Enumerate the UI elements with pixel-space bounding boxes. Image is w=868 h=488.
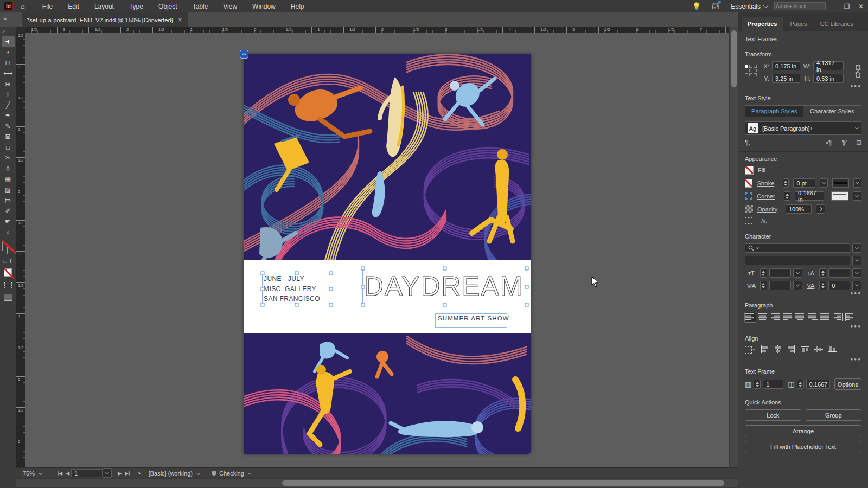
font-style-dropdown[interactable]: [852, 256, 861, 265]
gutter-value[interactable]: 0.1667: [806, 380, 830, 389]
align-more-options[interactable]: ●●●: [851, 357, 862, 362]
pen-tool[interactable]: ✒: [2, 111, 15, 121]
vertical-scroll-thumb[interactable]: [731, 30, 737, 87]
align-toward-spine-button[interactable]: [832, 312, 843, 322]
align-right-button[interactable]: [787, 345, 796, 354]
workspace-switcher[interactable]: Essentials: [731, 3, 768, 10]
page-select-dropdown[interactable]: [103, 468, 112, 478]
tracking-stepper[interactable]: [819, 281, 826, 290]
selection-handle[interactable]: [261, 272, 265, 275]
corner-radius-stepper[interactable]: [784, 191, 790, 201]
corner-radius-value[interactable]: 0.1667 in: [795, 191, 824, 201]
character-styles-tab[interactable]: Character Styles: [803, 106, 861, 117]
ruler-origin-corner[interactable]: [16, 27, 25, 33]
menu-view[interactable]: View: [215, 1, 245, 12]
justify-center-button[interactable]: [795, 312, 806, 322]
object-frame-icon[interactable]: [745, 217, 752, 224]
x-input[interactable]: 0.175 in: [772, 61, 800, 70]
reference-point-proxy[interactable]: [745, 65, 757, 83]
screen-mode-button[interactable]: [4, 294, 12, 301]
paragraph-styles-tab[interactable]: Paragraph Styles: [745, 106, 803, 117]
zoom-tool[interactable]: ⌕: [2, 227, 15, 237]
adobe-stock-search-input[interactable]: [774, 2, 826, 10]
panel-expander-chevrons[interactable]: »: [3, 15, 7, 22]
corner-style-swatch[interactable]: [831, 191, 848, 201]
title-text[interactable]: DAYDREAM: [363, 269, 526, 305]
menu-layout[interactable]: Layout: [87, 1, 122, 12]
corner-link[interactable]: Corner: [757, 193, 780, 200]
type-tool[interactable]: T: [2, 89, 15, 100]
selection-handle[interactable]: [329, 272, 333, 275]
font-size-dropdown[interactable]: [793, 268, 802, 278]
preflight-gauge-icon[interactable]: ◔: [137, 470, 141, 477]
fill-swatch-icon[interactable]: [745, 166, 754, 175]
opacity-link[interactable]: Opacity: [757, 206, 781, 213]
align-left-button[interactable]: [745, 312, 756, 322]
line-tool[interactable]: ╱: [2, 100, 15, 111]
horizontal-scroll-thumb[interactable]: [282, 480, 724, 486]
tab-properties[interactable]: Properties: [742, 17, 783, 31]
minimize-button[interactable]: –: [826, 1, 840, 12]
eyedropper-tool[interactable]: ✐: [2, 206, 15, 216]
align-right-button[interactable]: [770, 312, 781, 322]
leading-value[interactable]: [828, 268, 850, 278]
selection-handle[interactable]: [443, 303, 447, 307]
menu-type[interactable]: Type: [122, 1, 151, 12]
align-center-horizontal-button[interactable]: [774, 345, 782, 354]
gutter-stepper[interactable]: [797, 380, 804, 389]
learn-lightbulb-icon[interactable]: 💡: [692, 2, 701, 10]
y-input[interactable]: 3.25 in: [772, 74, 800, 83]
vertical-scrollbar[interactable]: [729, 27, 738, 467]
apply-none-swatch[interactable]: [4, 268, 12, 277]
stroke-weight-value[interactable]: 0 pt: [793, 178, 815, 188]
justify-all-button[interactable]: [820, 312, 831, 322]
align-bottom-button[interactable]: [828, 345, 837, 354]
selection-handle[interactable]: [443, 267, 447, 271]
font-size-value[interactable]: [769, 268, 791, 278]
menu-window[interactable]: Window: [245, 1, 283, 12]
pilcrow-icon[interactable]: ¶.: [745, 139, 750, 146]
font-family-dropdown[interactable]: [852, 243, 861, 253]
paragraph-more-options[interactable]: ●●●: [851, 324, 862, 329]
stroke-weight-stepper[interactable]: [783, 178, 789, 188]
selection-handle[interactable]: [361, 303, 365, 307]
selection-handle[interactable]: [329, 287, 333, 291]
free-transform-tool[interactable]: ◊: [2, 163, 15, 174]
hand-tool[interactable]: ☛: [2, 216, 15, 227]
tab-cc-libraries[interactable]: CC Libraries: [814, 17, 859, 31]
preflight-status-control[interactable]: Checking: [212, 470, 251, 477]
align-center-vertical-button[interactable]: [814, 345, 823, 354]
note-tool[interactable]: ▤: [2, 195, 15, 206]
canvas-pasteboard[interactable]: ∞ JUNE - JULYMISC. GALLERYSAN FRANCISCO …: [25, 33, 729, 467]
tools-expand-chevrons[interactable]: »: [0, 29, 5, 34]
gradient-swatch-tool[interactable]: ▦: [2, 174, 15, 185]
share-icon[interactable]: 🖆: [712, 2, 719, 10]
document-page[interactable]: ∞ JUNE - JULYMISC. GALLERYSAN FRANCISCO …: [244, 54, 531, 454]
menu-file[interactable]: File: [35, 1, 60, 12]
details-text[interactable]: JUNE - JULYMISC. GALLERYSAN FRANCISCO: [264, 274, 320, 304]
selection-handle[interactable]: [525, 267, 529, 271]
redefine-style-icon[interactable]: ⇥¶: [823, 139, 832, 146]
zoom-level-control[interactable]: 75%: [23, 470, 42, 477]
stroke-swatch-icon[interactable]: [745, 179, 752, 188]
paragraph-style-dropdown[interactable]: Ag [Basic Paragraph]+: [745, 121, 861, 135]
selection-handle[interactable]: [261, 287, 265, 291]
selection-handle[interactable]: [295, 272, 299, 275]
horizontal-scrollbar[interactable]: [16, 478, 738, 487]
constrain-proportions-broken-link-icon[interactable]: [854, 64, 861, 80]
leading-dropdown[interactable]: [852, 268, 861, 278]
page-number-input[interactable]: 1: [71, 469, 103, 477]
rectangle-frame-tool[interactable]: ⊠: [2, 132, 15, 143]
content-collector-tool[interactable]: ⊞: [2, 79, 15, 89]
stroke-weight-dropdown[interactable]: [820, 178, 828, 188]
tab-pages[interactable]: Pages: [784, 17, 813, 31]
document-tab[interactable]: *set-up-a-postcard_END_V2.indd @ 150% [C…: [22, 12, 188, 27]
menu-help[interactable]: Help: [283, 1, 312, 12]
tab-close-icon[interactable]: ×: [178, 16, 182, 24]
apply-settings-icon[interactable]: [4, 282, 12, 288]
close-button[interactable]: ✕: [854, 1, 868, 12]
font-size-stepper[interactable]: [760, 268, 767, 278]
last-page-button[interactable]: ▶|: [123, 471, 131, 476]
stroke-link[interactable]: Stroke: [757, 180, 778, 187]
character-more-options[interactable]: ●●●: [851, 291, 862, 296]
